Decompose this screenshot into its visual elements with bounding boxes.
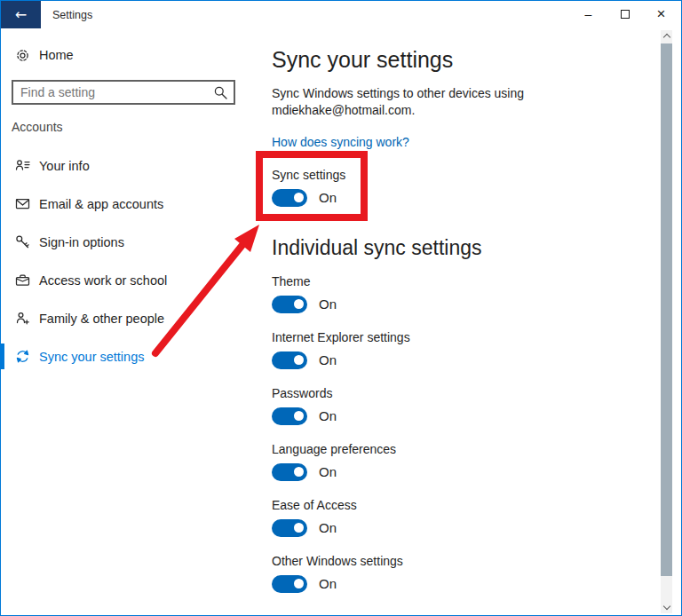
toggle-group-passwords: Passwords On bbox=[272, 386, 654, 425]
internet-explorer-settings-toggle[interactable]: On bbox=[272, 351, 654, 369]
setting-label: Language preferences bbox=[272, 442, 654, 457]
key-icon bbox=[15, 234, 30, 249]
toggle-state-label: On bbox=[319, 464, 337, 479]
toggle-pill bbox=[272, 189, 307, 207]
other-windows-settings-toggle[interactable]: On bbox=[272, 574, 654, 593]
theme-toggle[interactable]: On bbox=[272, 295, 654, 313]
sidebar: Home Accounts bbox=[1, 28, 260, 616]
search-box bbox=[12, 80, 235, 105]
toggle-knob bbox=[294, 579, 304, 588]
sidebar-item-label: Home bbox=[39, 48, 74, 62]
setting-label: Internet Explorer settings bbox=[272, 330, 654, 345]
description-line2: mdiekhake@hotmail.com. bbox=[272, 103, 415, 117]
page-description: Sync Windows settings to other devices u… bbox=[272, 85, 654, 119]
toggle-knob bbox=[294, 193, 304, 202]
ease-of-access-toggle[interactable]: On bbox=[272, 518, 654, 537]
toggle-state-label: On bbox=[319, 352, 337, 367]
how-does-syncing-work-link[interactable]: How does syncing work? bbox=[272, 135, 409, 149]
scroll-up-icon[interactable] bbox=[662, 34, 670, 41]
toggle-state-label: On bbox=[319, 190, 337, 205]
sidebar-item-home[interactable]: Home bbox=[1, 42, 260, 68]
description-line1: Sync Windows settings to other devices u… bbox=[272, 86, 524, 100]
window-controls: – × bbox=[570, 1, 679, 28]
sidebar-section-label: Accounts bbox=[12, 120, 260, 136]
toggle-pill bbox=[272, 575, 307, 593]
scroll-down-icon[interactable] bbox=[662, 603, 670, 610]
toggle-group-ease-of-access: Ease of Access On bbox=[272, 498, 654, 537]
minimize-icon: – bbox=[585, 10, 592, 19]
toggle-pill bbox=[272, 407, 307, 425]
sidebar-item-label: Family & other people bbox=[39, 312, 164, 326]
minimize-button[interactable]: – bbox=[570, 1, 607, 27]
toggle-group-internet-explorer: Internet Explorer settings On bbox=[272, 330, 654, 369]
toggle-state-label: On bbox=[319, 520, 337, 535]
briefcase-icon bbox=[15, 272, 30, 288]
sidebar-item-family-other-people[interactable]: Family & other people bbox=[1, 299, 260, 337]
sync-settings-toggle[interactable]: On bbox=[272, 188, 654, 207]
close-button[interactable]: × bbox=[643, 1, 679, 27]
sidebar-item-your-info[interactable]: Your info bbox=[1, 146, 260, 185]
sidebar-item-label: Sign-in options bbox=[39, 235, 124, 249]
scrollbar-thumb[interactable] bbox=[661, 43, 672, 576]
passwords-toggle[interactable]: On bbox=[272, 407, 654, 425]
vertical-scrollbar[interactable] bbox=[661, 30, 672, 613]
sidebar-item-label: Sync your settings bbox=[39, 350, 144, 364]
envelope-icon bbox=[15, 196, 30, 211]
sidebar-item-sign-in-options[interactable]: Sign-in options bbox=[1, 223, 260, 261]
toggle-state-label: On bbox=[319, 576, 337, 591]
setting-label: Passwords bbox=[272, 386, 654, 401]
toggle-pill bbox=[272, 296, 307, 313]
individual-sync-settings-title: Individual sync settings bbox=[272, 234, 654, 261]
toggle-group-theme: Theme On bbox=[272, 274, 654, 313]
toggle-pill bbox=[272, 463, 307, 481]
sidebar-item-label: Access work or school bbox=[39, 273, 167, 288]
search-icon bbox=[213, 85, 228, 100]
sidebar-item-email-app-accounts[interactable]: Email & app accounts bbox=[1, 185, 260, 223]
page-title: Sync your settings bbox=[272, 46, 654, 73]
toggle-group-language-preferences: Language preferences On bbox=[272, 442, 654, 481]
maximize-icon bbox=[621, 10, 630, 19]
title-bar: ← Settings – × bbox=[1, 1, 681, 28]
close-icon: × bbox=[657, 5, 666, 23]
setting-label: Theme bbox=[272, 274, 654, 289]
sidebar-item-label: Your info bbox=[39, 159, 90, 173]
window-title: Settings bbox=[52, 9, 92, 21]
toggle-group-other-windows-settings: Other Windows settings On bbox=[272, 554, 654, 593]
toggle-knob bbox=[294, 467, 304, 477]
setting-label: Ease of Access bbox=[272, 498, 654, 513]
maximize-button[interactable] bbox=[607, 1, 643, 27]
toggle-state-label: On bbox=[319, 296, 337, 312]
language-preferences-toggle[interactable]: On bbox=[272, 462, 654, 481]
gear-icon bbox=[15, 48, 30, 63]
main-content: Sync your settings Sync Windows settings… bbox=[260, 28, 681, 616]
search-input[interactable] bbox=[13, 85, 213, 99]
toggle-pill bbox=[272, 351, 307, 369]
sync-settings-label: Sync settings bbox=[272, 168, 654, 183]
toggle-knob bbox=[294, 411, 304, 421]
toggle-pill bbox=[272, 519, 307, 537]
sidebar-item-access-work-school[interactable]: Access work or school bbox=[1, 261, 260, 299]
toggle-knob bbox=[294, 355, 304, 365]
selected-accent-bar bbox=[1, 344, 4, 369]
setting-label: Other Windows settings bbox=[272, 554, 654, 569]
sidebar-item-label: Email & app accounts bbox=[39, 197, 163, 211]
toggle-knob bbox=[294, 523, 304, 533]
sync-icon bbox=[15, 349, 30, 364]
person-add-icon bbox=[15, 311, 30, 326]
toggle-state-label: On bbox=[319, 408, 337, 423]
toggle-knob bbox=[294, 299, 304, 309]
back-button[interactable]: ← bbox=[1, 1, 41, 28]
settings-window: ← Settings – × Home bbox=[0, 0, 682, 616]
sidebar-item-sync-your-settings[interactable]: Sync your settings bbox=[1, 337, 260, 375]
sidebar-nav: Your info Email & app accounts bbox=[1, 146, 260, 375]
person-card-icon bbox=[15, 158, 30, 173]
